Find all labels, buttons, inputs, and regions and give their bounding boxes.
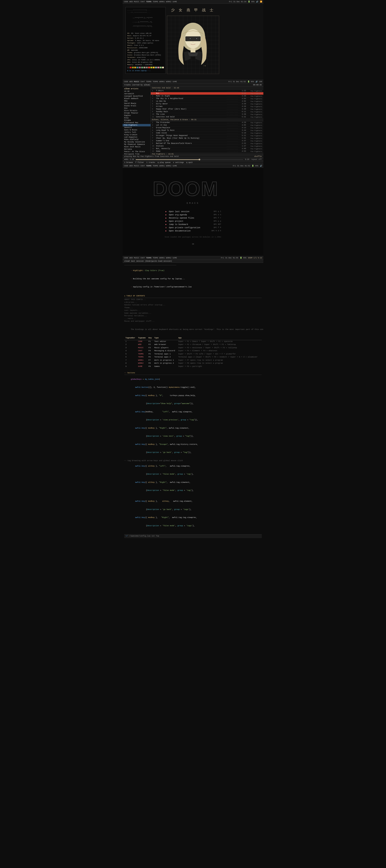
- tag-game[interactable]: GAME: [173, 1, 177, 3]
- artist-a7x[interactable]: Avenged Sevenfold: [123, 95, 151, 97]
- artist-eloy[interactable]: Eloy: [123, 117, 151, 119]
- artist-mike[interactable]: Mike Oldfield: [123, 138, 151, 141]
- t2-terms[interactable]: TERMS: [146, 81, 151, 83]
- track-2-9[interactable]: 9Ballad Of The Beaconsfield Miners......…: [151, 142, 263, 145]
- artist-jethro[interactable]: Jethro Tull: [123, 131, 151, 134]
- artist-genesis[interactable]: Genesis: [123, 126, 151, 129]
- track-2-8[interactable]: 8Summer's End............4:37Foo Fighter…: [151, 140, 263, 142]
- artist-bowie[interactable]: David Bowie: [123, 102, 151, 105]
- t3-chat[interactable]: CHAT: [141, 165, 145, 167]
- track-2-7[interactable]: 7Cheer Up, Boys (Your Make Up Is Running…: [151, 137, 263, 140]
- t3-web[interactable]: WEB: [129, 165, 133, 167]
- track-1-2[interactable]: 2Run............5:13Foo Fighters: [151, 92, 263, 95]
- artist-nin[interactable]: Nine Inch Nails: [123, 146, 151, 148]
- doom-menu-open-project[interactable]: ▶ Open project SPC p p: [165, 220, 221, 222]
- track-2-12[interactable]: 12Home............4:53Foo Fighters: [151, 150, 263, 153]
- artist-nirvana[interactable]: Nirvana: [123, 148, 151, 151]
- t4-terms2[interactable]: TERMS: [153, 257, 158, 259]
- track-2-4[interactable]: 4Long Road To Ruin............3:44Foo Fi…: [151, 129, 263, 132]
- tag-chat[interactable]: CHAT: [141, 1, 145, 3]
- artist-porcupine[interactable]: Porcupine Tree: [123, 153, 151, 155]
- artist-dire[interactable]: Dire Straits: [123, 110, 151, 112]
- toolbar-quit[interactable]: q quit: [186, 161, 193, 163]
- artist-fleetwood[interactable]: Fleetwood Mac: [123, 122, 151, 124]
- track-1-4[interactable]: 4The Sky Is A Neighborhood............4:…: [151, 97, 263, 100]
- track-1-6[interactable]: 6Dirty Water............3:39Foo Fighters: [151, 103, 263, 105]
- artist-enigma[interactable]: Enigma: [123, 119, 151, 122]
- track-2-6[interactable]: 6Stranger Things Have Happened..........…: [151, 134, 263, 137]
- track-1-3[interactable]: 3Make It Right............4:39Foo Fighte…: [151, 95, 263, 97]
- tag-terms2[interactable]: TERMS: [153, 1, 158, 3]
- artist-acdc[interactable]: AC-DC: [123, 90, 151, 93]
- doom-menu-recent-files[interactable]: ▶ Recently opened files SPC f r: [165, 217, 221, 219]
- tag-web[interactable]: WEB: [129, 1, 133, 3]
- toolbar-browse[interactable]: 1 browse: [124, 161, 133, 163]
- artist-gnr[interactable]: Guns N Roses: [123, 129, 151, 131]
- doom-menu-open-agenda[interactable]: ▶ Open org-agenda SPC o A: [165, 214, 221, 216]
- t3-code[interactable]: CODE: [124, 165, 128, 167]
- t2-game[interactable]: GAME: [173, 81, 177, 83]
- artist-sabbath[interactable]: Black Sabbath: [123, 97, 151, 100]
- toolbar-settings[interactable]: s settings: [173, 161, 184, 163]
- tag-work2[interactable]: WORK2: [166, 1, 171, 3]
- t2-terms2[interactable]: TERMS: [153, 81, 158, 83]
- toolbar-tracks[interactable]: t tracks: [146, 161, 155, 163]
- t3-music[interactable]: MUSIC: [134, 165, 139, 167]
- track-1-10[interactable]: 10The Line............3:38Foo Fighters: [151, 113, 263, 116]
- track-1-7[interactable]: 7Arrows............4:26Foo Fighters: [151, 105, 263, 108]
- t2-work1[interactable]: WORK1: [159, 81, 165, 83]
- t2-web[interactable]: WEB: [129, 81, 133, 83]
- tag-terms-active[interactable]: TERMS: [146, 1, 151, 3]
- doom-menu-private-config[interactable]: ⚙ Open private configuration SPC f P: [165, 226, 221, 229]
- artist-bba[interactable]: bba: [123, 100, 151, 102]
- artist-ledzep[interactable]: Led Zeppelin: [123, 136, 151, 138]
- toolbar-filter[interactable]: f filter: [135, 161, 144, 163]
- artist-foo-fighters[interactable]: Foo Fighters: [123, 124, 151, 126]
- doom-menu-documentation[interactable]: ▶ Open documentation SPC h d h: [165, 230, 221, 232]
- t3-terms-active[interactable]: TERMS: [146, 165, 151, 167]
- track-1-11[interactable]: 11Concrete And Gold............5:31Foo F…: [151, 116, 263, 118]
- t4-work1[interactable]: WORK1: [159, 257, 165, 259]
- t4-terms-active[interactable]: TERMS: [146, 257, 151, 259]
- artist-mcr[interactable]: My Chemical Romance: [123, 143, 151, 146]
- t4-chat[interactable]: CHAT: [141, 257, 145, 259]
- t3-terms2[interactable]: TERMS: [153, 165, 158, 167]
- track-2-3[interactable]: 3Erase/Replace............4:13Foo Fighte…: [151, 127, 263, 129]
- artist-panic[interactable]: Panic! At The Disco: [123, 151, 151, 153]
- t3-game[interactable]: GAME: [173, 165, 177, 167]
- track-2-10[interactable]: 10Statues............1:47Foo Fighters: [151, 145, 263, 148]
- doom-menu-open-last[interactable]: ▶ Open last session SPC q l: [165, 210, 221, 213]
- toolbar-queue[interactable]: q play queue: [158, 161, 171, 163]
- tag-work1[interactable]: WORK1: [159, 1, 165, 3]
- t2-work2[interactable]: WORK2: [166, 81, 171, 83]
- t4-game[interactable]: GAME: [173, 257, 177, 259]
- t3-work2[interactable]: WORK2: [166, 165, 171, 167]
- artist-dio[interactable]: Dio: [123, 107, 151, 110]
- t3-work1[interactable]: WORK1: [159, 165, 165, 167]
- t2-music-active[interactable]: MUSIC: [134, 81, 139, 83]
- track-1-8[interactable]: 8Happy Ever After (Zero Hour)...........…: [151, 108, 263, 111]
- t2-code[interactable]: CODE: [124, 81, 128, 83]
- track-2-2[interactable]: 2Let It Die............4:05Foo Fighters: [151, 124, 263, 127]
- tag-music[interactable]: MUSIC: [134, 1, 139, 3]
- t4-music[interactable]: MUSIC: [134, 257, 139, 259]
- artist-mbv[interactable]: My Bloody Valentine: [123, 141, 151, 143]
- artist-eagles[interactable]: Eagles: [123, 114, 151, 117]
- track-2-11[interactable]: 11But, Honestly............4:09Foo Fight…: [151, 148, 263, 150]
- t4-work2[interactable]: WORK2: [166, 257, 171, 259]
- t4-code[interactable]: CODE: [124, 257, 128, 259]
- tag-code[interactable]: CODE: [124, 1, 128, 3]
- artist-diana[interactable]: Diana Krall: [123, 105, 151, 107]
- track-2-1[interactable]: 1The Pretender............4:29Foo Fighte…: [151, 121, 263, 124]
- track-1-5[interactable]: 5La Dee Da............4:02Foo Fighters: [151, 100, 263, 103]
- artist-crimson[interactable]: King Crimson: [123, 134, 151, 136]
- track-1-9[interactable]: 9Sunday Rain............6:11Foo Fighters: [151, 111, 263, 113]
- artist-aerosmith[interactable]: Aerosmith: [123, 93, 151, 95]
- track-1-1[interactable]: 1T-Shirt............1:22Foo Fighters: [151, 90, 263, 92]
- track-2-5[interactable]: 5Come Alive............5:10Foo Fighters: [151, 132, 263, 134]
- t4-web[interactable]: WEB: [129, 257, 133, 259]
- music-progress-bar[interactable]: [136, 159, 243, 160]
- t2-chat[interactable]: CHAT: [141, 81, 145, 83]
- artist-dream[interactable]: Dream Theater: [123, 112, 151, 114]
- doom-menu-jump-bookmark[interactable]: ▶ Jump to bookmark SPC RET: [165, 223, 221, 226]
